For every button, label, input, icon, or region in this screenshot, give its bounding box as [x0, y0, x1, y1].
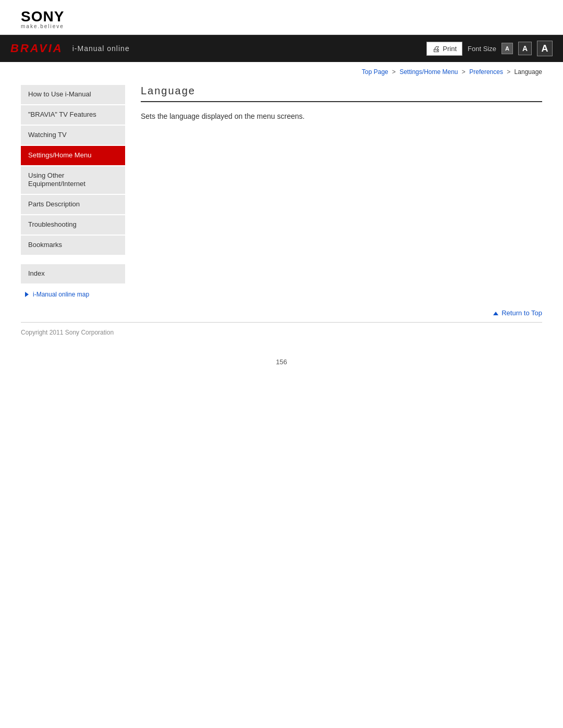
copyright: Copyright 2011 Sony Corporation — [0, 323, 563, 342]
breadcrumb-preferences[interactable]: Preferences — [469, 68, 503, 76]
sony-logo: SONY make.believe — [21, 9, 542, 29]
sidebar-item-bookmarks[interactable]: Bookmarks — [21, 236, 125, 256]
content-area: Language Sets the language displayed on … — [141, 80, 542, 298]
sidebar-gap — [21, 256, 125, 264]
return-to-top: Return to Top — [0, 298, 563, 322]
imanual-map-link[interactable]: i-Manual online map — [21, 285, 125, 298]
print-icon: 🖨 — [432, 44, 440, 53]
sony-text: SONY — [21, 9, 542, 24]
imanual-title: i-Manual online — [72, 44, 130, 53]
imanual-map-label: i-Manual online map — [33, 291, 89, 298]
bravia-right: 🖨 Print Font Size A A A — [426, 41, 553, 56]
sidebar-item-using-other[interactable]: Using Other Equipment/Internet — [21, 166, 125, 195]
sidebar-item-troubleshooting[interactable]: Troubleshooting — [21, 215, 125, 236]
sidebar-item-settings-home-menu[interactable]: Settings/Home Menu — [21, 146, 125, 166]
arrow-right-icon — [25, 292, 29, 297]
breadcrumb-current: Language — [515, 68, 542, 76]
logo-bar: SONY make.believe — [0, 0, 563, 35]
page-number: 156 — [0, 342, 563, 376]
return-to-top-link[interactable]: Return to Top — [493, 309, 542, 317]
print-button[interactable]: 🖨 Print — [426, 42, 462, 56]
breadcrumb-sep3: > — [507, 68, 510, 76]
breadcrumb-top-page[interactable]: Top Page — [362, 68, 388, 76]
sidebar: How to Use i-Manual "BRAVIA" TV Features… — [21, 80, 125, 298]
bravia-left: BRAVIA i-Manual online — [10, 42, 130, 55]
main-layout: How to Use i-Manual "BRAVIA" TV Features… — [0, 80, 563, 298]
triangle-up-icon — [493, 312, 498, 315]
breadcrumb-settings-home[interactable]: Settings/Home Menu — [399, 68, 458, 76]
page-description: Sets the language displayed on the menu … — [141, 110, 542, 122]
page-title: Language — [141, 85, 542, 97]
return-to-top-label: Return to Top — [501, 309, 542, 317]
bravia-bar: BRAVIA i-Manual online 🖨 Print Font Size… — [0, 35, 563, 62]
font-medium-button[interactable]: A — [518, 42, 532, 55]
sidebar-item-how-to-use[interactable]: How to Use i-Manual — [21, 85, 125, 105]
print-label: Print — [443, 45, 457, 53]
breadcrumb: Top Page > Settings/Home Menu > Preferen… — [0, 62, 563, 80]
page-title-section: Language — [141, 85, 542, 102]
font-size-label: Font Size — [468, 45, 496, 53]
breadcrumb-sep1: > — [392, 68, 396, 76]
sony-tagline: make.believe — [21, 24, 542, 29]
sidebar-item-bravia-tv-features[interactable]: "BRAVIA" TV Features — [21, 105, 125, 126]
font-small-button[interactable]: A — [501, 43, 513, 54]
bravia-logo: BRAVIA — [10, 42, 63, 55]
sidebar-item-index[interactable]: Index — [21, 264, 125, 285]
font-large-button[interactable]: A — [537, 41, 553, 56]
breadcrumb-sep2: > — [462, 68, 466, 76]
sidebar-item-parts-description[interactable]: Parts Description — [21, 195, 125, 215]
sidebar-item-watching-tv[interactable]: Watching TV — [21, 126, 125, 146]
